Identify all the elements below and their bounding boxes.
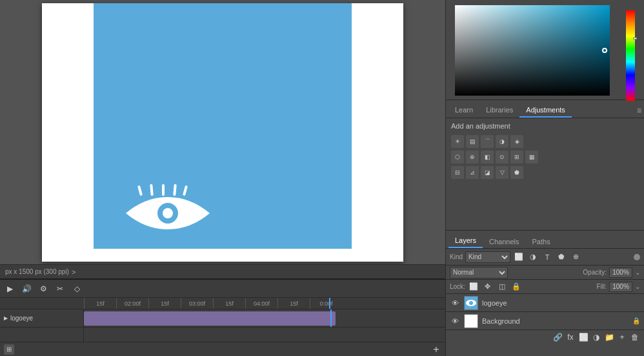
track-bar-logoeye[interactable] — [84, 311, 336, 326]
ruler-marks: 15f 02:00f 15f 03:00f 15f 04:00f 15f 0:0… — [84, 298, 342, 309]
adjust-filter-btn[interactable]: ◑ — [527, 251, 539, 263]
kind-label: Kind — [450, 253, 463, 260]
spectrum-handle[interactable] — [633, 37, 637, 39]
timeline-playhead[interactable] — [330, 309, 332, 327]
layers-panel: Layers Channels Paths Kind Kind ⬜ ◑ T ⬟ … — [446, 230, 644, 356]
canvas-area: px x 1500 px (300 ppi) > ▶ 🔊 ⚙ ✂ ◇ 15f 0… — [0, 0, 445, 356]
adjustments-panel: Add an adjustment ☀ ▤ ⌒ ◑ ◈ ⬡ ⊕ ◧ ⊙ ⊞ ▦ … — [446, 118, 644, 230]
timeline-bottom: ⊞ + — [0, 342, 445, 356]
bw-icon[interactable]: ◧ — [481, 151, 494, 163]
layer-visibility-logoeye[interactable]: 👁 — [450, 298, 460, 308]
tab-learn[interactable]: Learn — [448, 103, 479, 118]
layer-mask-btn[interactable]: ⬜ — [578, 332, 589, 342]
fill-input[interactable] — [609, 282, 632, 292]
timeline-area: ▶ 🔊 ⚙ ✂ ◇ 15f 02:00f 15f 03:00f 15f 04:0… — [0, 278, 445, 356]
svg-rect-1 — [150, 184, 154, 196]
layer-lock-icon: 🔒 — [632, 317, 640, 324]
tab-adjustments[interactable]: Adjustments — [519, 103, 572, 118]
svg-rect-0 — [137, 185, 143, 195]
layer-item-logoeye[interactable]: 👁 logoeye — [446, 294, 644, 312]
timeline-ruler: 15f 02:00f 15f 03:00f 15f 04:00f 15f 0:0… — [0, 298, 445, 309]
track-row-logoeye — [84, 309, 445, 328]
opacity-input[interactable] — [609, 267, 632, 278]
status-bar: px x 1500 px (300 ppi) > — [0, 264, 445, 278]
channel-mixer-icon[interactable]: ⊞ — [510, 151, 523, 163]
gradient-handle[interactable] — [602, 48, 607, 53]
color-spectrum[interactable] — [626, 10, 635, 101]
lock-all-btn[interactable]: 🔒 — [510, 281, 522, 293]
pixel-filter-btn[interactable]: ⬜ — [513, 251, 525, 263]
photo-filter-icon[interactable]: ⊙ — [496, 151, 508, 163]
layer-thumbnail-logoeye — [464, 296, 478, 310]
panel-menu-icon[interactable]: ≡ — [637, 106, 641, 115]
layer-visibility-background[interactable]: 👁 — [450, 316, 460, 326]
kind-select[interactable]: Kind — [465, 251, 510, 263]
gradient-map-icon[interactable]: ▽ — [496, 166, 508, 179]
cut-button[interactable]: ✂ — [54, 283, 66, 295]
smart-filter-btn[interactable]: ⊕ — [570, 251, 581, 263]
add-track-button[interactable]: + — [431, 344, 441, 355]
color-lookup-icon[interactable]: ▦ — [525, 151, 538, 163]
color-balance-icon[interactable]: ⊕ — [466, 151, 479, 163]
timeline-controls: ▶ 🔊 ⚙ ✂ ◇ — [0, 280, 445, 298]
canvas-wrapper — [0, 0, 445, 264]
lock-artboard-btn[interactable]: ◫ — [496, 281, 508, 293]
adjustment-icons-row-3: ⊟ ⊿ ◪ ▽ ⬟ — [446, 165, 644, 180]
playhead-indicator — [329, 298, 330, 309]
threshold-icon[interactable]: ◪ — [481, 166, 494, 179]
ruler-mark-7: 15f — [277, 298, 310, 309]
opacity-arrow: ⌄ — [635, 269, 640, 276]
tab-libraries[interactable]: Libraries — [479, 103, 519, 118]
track-content — [84, 309, 445, 342]
shape-filter-btn[interactable]: ⬟ — [556, 251, 567, 263]
ruler-mark-6: 04:00f — [245, 298, 277, 309]
ruler-mark-1: 15f — [84, 298, 116, 309]
tab-layers[interactable]: Layers — [448, 234, 483, 248]
play-button[interactable]: ▶ — [4, 283, 15, 295]
opacity-label: Opacity: — [583, 269, 607, 276]
layer-adjust-btn[interactable]: ◑ — [591, 332, 601, 342]
keyframes-btn[interactable]: ⊞ — [4, 344, 14, 355]
posterize-icon[interactable]: ⊿ — [466, 166, 479, 179]
layer-thumb-eye-icon — [465, 299, 477, 307]
layer-item-background[interactable]: 👁 Background 🔒 — [446, 312, 644, 330]
blend-opacity-row: Normal Opacity: ⌄ — [446, 266, 644, 280]
lock-pixels-btn[interactable]: ⬜ — [468, 281, 479, 293]
selective-color-icon[interactable]: ⬟ — [510, 166, 523, 179]
audio-button[interactable]: 🔊 — [21, 283, 32, 295]
settings-button[interactable]: ⚙ — [37, 283, 49, 295]
layer-link-btn[interactable]: 🔗 — [552, 332, 563, 342]
track-name-logoeye: logoeye — [10, 315, 33, 322]
layer-group-btn[interactable]: 📁 — [604, 332, 614, 342]
exposure-icon[interactable]: ◑ — [496, 135, 508, 148]
layer-add-btn[interactable]: + — [617, 332, 627, 342]
ruler-mark-2: 02:00f — [116, 298, 148, 309]
lock-move-btn[interactable]: ✥ — [482, 281, 494, 293]
tab-channels[interactable]: Channels — [483, 235, 525, 248]
svg-rect-3 — [173, 184, 177, 196]
layer-name-logoeye: logoeye — [482, 299, 640, 307]
status-bar-text: px x 1500 px (300 ppi) — [5, 268, 69, 275]
tab-paths[interactable]: Paths — [526, 235, 557, 248]
keyframe-button[interactable]: ◇ — [71, 283, 83, 295]
layer-thumbnail-background — [464, 314, 478, 328]
panel-tab-actions: ≡ — [637, 106, 641, 118]
layer-delete-btn[interactable]: 🗑 — [630, 332, 640, 342]
layers-toolbar: Kind Kind ⬜ ◑ T ⬟ ⊕ — [446, 249, 644, 266]
layers-bottom: 🔗 fx ⬜ ◑ 📁 + 🗑 — [446, 330, 644, 344]
hsl-icon[interactable]: ⬡ — [451, 151, 464, 163]
layer-fx-btn[interactable]: fx — [565, 332, 576, 342]
color-gradient[interactable] — [455, 5, 610, 96]
adjustment-title: Add an adjustment — [446, 118, 644, 134]
blend-mode-select[interactable]: Normal — [450, 267, 508, 278]
ruler-mark-5: 15f — [213, 298, 245, 309]
type-filter-btn[interactable]: T — [541, 251, 553, 263]
adjust-panel-tabs: Learn Libraries Adjustments ≡ — [446, 100, 644, 118]
vibrance-icon[interactable]: ◈ — [510, 135, 523, 148]
timeline-tracks: ▶ logoeye — [0, 309, 445, 342]
brightness-contrast-icon[interactable]: ☀ — [451, 135, 464, 148]
curves-icon[interactable]: ⌒ — [481, 135, 494, 148]
ruler-mark-4: 03:00f — [181, 298, 213, 309]
invert-icon[interactable]: ⊟ — [451, 166, 464, 179]
levels-icon[interactable]: ▤ — [466, 135, 479, 148]
